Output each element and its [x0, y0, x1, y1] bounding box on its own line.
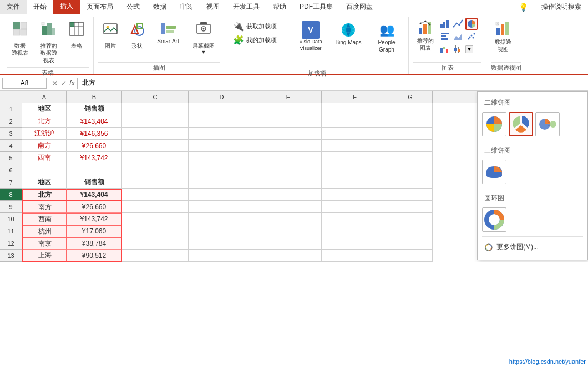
cell-a10[interactable]: 西南	[22, 213, 67, 225]
stock-chart-icon[interactable]	[452, 43, 464, 55]
cell-f6[interactable]	[322, 164, 388, 176]
menu-item-pdf[interactable]: PDF工具集	[293, 0, 339, 14]
more-charts-btn[interactable]: 更多饼图(M)...	[478, 239, 587, 255]
area-chart-icon[interactable]	[452, 30, 464, 43]
cell-b4[interactable]: ¥26,660	[67, 140, 122, 152]
cell-f12[interactable]	[322, 237, 388, 250]
row-header-12[interactable]: 12	[0, 237, 22, 250]
pie-of-pie-btn[interactable]	[535, 112, 560, 136]
cell-g10[interactable]	[388, 213, 433, 225]
cell-d9[interactable]	[189, 201, 255, 213]
cell-b6[interactable]	[67, 164, 122, 176]
cell-c2[interactable]	[122, 115, 189, 128]
col-header-f[interactable]: F	[322, 91, 388, 103]
pie-chart-icon[interactable]	[465, 18, 478, 30]
cell-b1[interactable]: 销售额	[67, 103, 122, 115]
cell-d12[interactable]	[189, 237, 255, 250]
cell-e11[interactable]	[255, 225, 322, 237]
search-operations[interactable]: 操作说明搜索	[535, 0, 588, 14]
cell-e13[interactable]	[255, 250, 322, 262]
line-chart-icon[interactable]	[452, 18, 464, 30]
cell-a12[interactable]: 南京	[22, 237, 67, 250]
cell-g5[interactable]	[388, 152, 433, 164]
menu-item-file[interactable]: 文件	[0, 0, 27, 14]
bar-chart-icon[interactable]	[439, 30, 451, 43]
col-header-d[interactable]: D	[189, 91, 255, 103]
smartart-btn[interactable]: SmartArt	[151, 19, 185, 47]
my-addins-btn[interactable]: 🧩 我的加载项	[230, 34, 280, 47]
cell-b10[interactable]: ¥143,742	[67, 213, 122, 225]
cell-a1[interactable]: 地区	[22, 103, 67, 115]
cell-c3[interactable]	[122, 128, 189, 140]
cell-c5[interactable]	[122, 152, 189, 164]
menu-item-view[interactable]: 视图	[200, 0, 226, 14]
cell-c10[interactable]	[122, 213, 189, 225]
cell-e9[interactable]	[255, 201, 322, 213]
col-header-c[interactable]: C	[122, 91, 189, 103]
table-btn[interactable]: 表格	[64, 19, 89, 52]
cell-a11[interactable]: 杭州	[22, 225, 67, 237]
cell-a2[interactable]: 北方	[22, 115, 67, 128]
cell-a5[interactable]: 西南	[22, 152, 67, 164]
cell-g6[interactable]	[388, 164, 433, 176]
cell-b12[interactable]: ¥38,784	[67, 237, 122, 250]
cell-g11[interactable]	[388, 225, 433, 237]
menu-item-baidu[interactable]: 百度网盘	[339, 0, 379, 14]
cell-g1[interactable]	[388, 103, 433, 115]
cell-d1[interactable]	[189, 103, 255, 115]
cell-b9[interactable]: ¥26,660	[67, 201, 122, 213]
cell-f4[interactable]	[322, 140, 388, 152]
cell-d4[interactable]	[189, 140, 255, 152]
cell-d2[interactable]	[189, 115, 255, 128]
standard-pie-btn[interactable]	[482, 112, 506, 136]
cell-d11[interactable]	[189, 225, 255, 237]
row-header-3[interactable]: 3	[0, 128, 22, 140]
row-header-9[interactable]: 9	[0, 201, 22, 213]
row-header-1[interactable]: 1	[0, 103, 22, 115]
cell-e2[interactable]	[255, 115, 322, 128]
cell-d3[interactable]	[189, 128, 255, 140]
waterfall-chart-icon[interactable]	[439, 43, 451, 55]
confirm-formula-icon[interactable]: ✓	[60, 79, 67, 88]
cell-e12[interactable]	[255, 237, 322, 250]
cell-reference[interactable]	[2, 78, 47, 89]
cell-g13[interactable]	[388, 250, 433, 262]
fx-icon[interactable]: fx	[69, 79, 75, 87]
cell-c13[interactable]	[122, 250, 189, 262]
cell-f9[interactable]	[322, 201, 388, 213]
cell-f3[interactable]	[322, 128, 388, 140]
picture-btn[interactable]: 图片	[98, 19, 123, 52]
cell-e5[interactable]	[255, 152, 322, 164]
cell-e3[interactable]	[255, 128, 322, 140]
menu-item-layout[interactable]: 页面布局	[80, 0, 120, 14]
menu-item-data[interactable]: 数据	[146, 0, 173, 14]
cell-d8[interactable]	[189, 189, 255, 201]
cancel-formula-icon[interactable]: ✕	[52, 79, 58, 88]
cell-c7[interactable]	[122, 176, 189, 189]
cell-g4[interactable]	[388, 140, 433, 152]
row-header-13[interactable]: 13	[0, 250, 22, 262]
bing-maps-btn[interactable]: Bing Maps	[332, 19, 365, 48]
scatter-chart-icon[interactable]	[465, 30, 478, 43]
pivot-table-btn[interactable]: 数据 透视表	[7, 19, 33, 59]
menu-item-developer[interactable]: 开发工具	[226, 0, 266, 14]
cell-e4[interactable]	[255, 140, 322, 152]
cell-a3[interactable]: 江浙沪	[22, 128, 67, 140]
menu-item-insert[interactable]: 插入	[53, 0, 80, 14]
cell-d7[interactable]	[189, 176, 255, 189]
row-header-8[interactable]: 8	[0, 189, 22, 201]
cell-d13[interactable]	[189, 250, 255, 262]
cell-g9[interactable]	[388, 201, 433, 213]
cell-c4[interactable]	[122, 140, 189, 152]
formula-input[interactable]	[80, 78, 586, 88]
cell-b11[interactable]: ¥17,060	[67, 225, 122, 237]
pivot-chart-btn[interactable]: 数据透视图	[491, 19, 515, 55]
menu-item-help[interactable]: 帮助	[266, 0, 293, 14]
cell-e8[interactable]	[255, 189, 322, 201]
cell-b13[interactable]: ¥90,512	[67, 250, 122, 262]
row-header-6[interactable]: 6	[0, 164, 22, 176]
chart-dropdown-arrow[interactable]: ▼	[465, 45, 473, 53]
cell-e1[interactable]	[255, 103, 322, 115]
row-header-7[interactable]: 7	[0, 176, 22, 189]
cell-f13[interactable]	[322, 250, 388, 262]
